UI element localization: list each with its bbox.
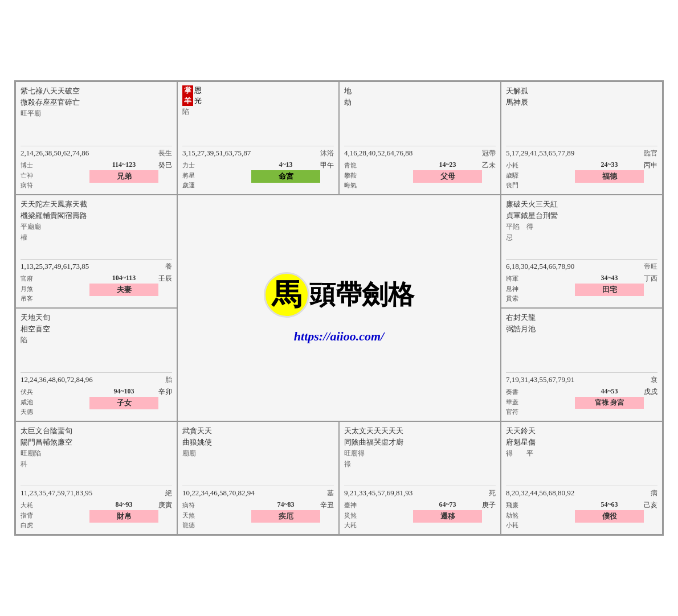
palace-range: 114~123 <box>89 161 158 169</box>
small-labels: 小耗歲驛喪門 <box>506 161 575 191</box>
stars-extra: 祿 <box>344 459 496 469</box>
stars-status: 平廟廟 <box>21 222 172 232</box>
cell-top-right: 天解孤 馬神辰 5,17,29,41,53,65,77,89 臨官 小耗歲驛喪門… <box>501 81 663 195</box>
cycle: 長生 <box>158 149 172 158</box>
small-labels: 奏書華蓋官符 <box>506 387 575 417</box>
palace-range: 74~83 <box>251 500 320 509</box>
palace-name: 夫妻 <box>89 284 158 296</box>
stars-main2: 馬神辰 <box>506 97 657 108</box>
stem-branch: 辛卯 <box>158 387 172 397</box>
stars-status: 旺平廟 <box>21 109 172 118</box>
palace-name: 遷移 <box>413 510 482 523</box>
palace-name: 疾厄 <box>251 510 320 523</box>
stars-main2: 機梁羅輔貴閣宿壽路 <box>21 210 172 221</box>
stars-main: 右封天龍 <box>506 312 657 323</box>
palace-name: 父母 <box>413 170 482 183</box>
palace-range: 84~93 <box>89 500 158 509</box>
palace-range: 14~23 <box>413 161 482 169</box>
stem-branch: 癸巳 <box>158 161 172 170</box>
stem-branch: 辛丑 <box>320 500 334 510</box>
chart-grid: 紫七祿八天天破空 微殺存座巫官碎亡 旺平廟 2,14,26,38,50,62,7… <box>14 80 664 536</box>
numbers: 8,20,32,44,56,68,80,92 <box>506 488 574 498</box>
palace-range: 54~63 <box>575 500 644 509</box>
stem-branch: 壬辰 <box>158 274 172 284</box>
stars-main: 地 <box>344 85 496 97</box>
small-labels: 官府月煞吊客 <box>21 274 89 304</box>
stars-main: 廉破天火三天紅 <box>506 199 657 210</box>
stars-main: 天太文天天天天天 <box>344 425 496 437</box>
palace-name: 福德 <box>575 170 644 183</box>
palace-range: 104~113 <box>89 274 158 282</box>
stars-main: 太巨文台陰蜚旬 <box>21 425 172 437</box>
stem-branch: 庚子 <box>482 500 496 510</box>
cycle: 胎 <box>165 375 172 385</box>
cycle: 沐浴 <box>320 149 334 158</box>
cycle: 墓 <box>327 488 334 498</box>
cell-mid-left: 天天陀左天鳳寡天截 機梁羅輔貴閣宿壽路 平廟廟 權 1,13,25,37,49,… <box>15 195 177 308</box>
cell-lower-right: 右封天龍 弼誥月池 7,19,31,43,55,67,79,91 衰 奏書華蓋官… <box>501 308 663 421</box>
logo-horse-row: 馬 頭帶劍格 <box>264 272 414 318</box>
stem-branch: 己亥 <box>644 500 657 510</box>
palace-range: 24~33 <box>575 161 644 169</box>
palace-name: 田宅 <box>575 284 644 296</box>
numbers: 5,17,29,41,53,65,77,89 <box>506 149 574 158</box>
stars-status: 廟廟 <box>182 449 334 458</box>
cell-bottom-third: 天太文天天天天天 同陰曲福哭虛才廚 旺廟得 祿 9,21,33,45,57,69… <box>339 421 501 535</box>
small-labels: 力士將星歲運 <box>182 161 251 191</box>
small-labels: 將軍息神貫索 <box>506 274 575 304</box>
numbers: 12,24,36,48,60,72,84,96 <box>21 375 93 384</box>
numbers: 2,14,26,38,50,62,74,86 <box>21 149 89 158</box>
cycle: 絕 <box>165 488 172 498</box>
stem-branch: 甲午 <box>320 161 334 170</box>
logo-url: https://aiioo.com/ <box>294 329 384 344</box>
stars-status: 旺廟得 <box>344 449 496 458</box>
palace-name: 財帛 <box>89 510 158 523</box>
cell-top-second: 掌恩 羊光 陷 3,15,27,39,51,63,75,87 沐浴 力士將星歲運… <box>177 81 339 195</box>
palace-range: 94~103 <box>89 387 158 396</box>
small-labels: 大耗指背白虎 <box>21 500 89 531</box>
cell-lower-left: 天地天旬 相空喜空 陷 12,24,36,48,60,72,84,96 胎 伏兵… <box>15 308 177 421</box>
stars-main: 天解孤 <box>506 85 657 97</box>
logo-text: 頭帶劍格 <box>309 277 414 313</box>
palace-name: 命宮 <box>251 170 320 183</box>
palace-name: 兄弟 <box>89 170 158 183</box>
cycle: 病 <box>651 488 657 498</box>
cell-bottom-second: 武貪天天 曲狼姚使 廟廟 10,22,34,46,58,70,82,94 墓 病… <box>177 421 339 535</box>
stars-extra: 忌 <box>506 233 657 243</box>
cell-top-left: 紫七祿八天天破空 微殺存座巫官碎亡 旺平廟 2,14,26,38,50,62,7… <box>15 81 177 195</box>
small-labels: 伏兵咸池天德 <box>21 387 89 417</box>
palace-range: 34~43 <box>575 274 644 282</box>
stars-main: 天地天旬 <box>21 312 172 323</box>
stars-status: 平陷 得 <box>506 222 657 232</box>
small-labels: 博士亡神病符 <box>21 161 89 191</box>
small-labels: 青龍攀鞍晦氣 <box>344 161 413 191</box>
stars-status: 陷 <box>182 107 334 117</box>
cycle: 冠帶 <box>482 149 496 158</box>
special-star-yang: 羊 <box>182 96 193 106</box>
numbers: 3,15,27,39,51,63,75,87 <box>182 149 251 158</box>
palace-name: 僕役 <box>575 510 644 523</box>
stars-status: 得 平 <box>506 449 657 458</box>
numbers: 10,22,34,46,58,70,82,94 <box>182 488 255 498</box>
cycle: 衰 <box>651 375 657 385</box>
stars-extra: 科 <box>21 459 172 469</box>
stars-main: 天天陀左天鳳寡天截 <box>21 199 172 210</box>
stars-main2: 陽門昌輔煞廉空 <box>21 437 172 448</box>
stars-main: 武貪天天 <box>182 425 334 437</box>
small-labels: 飛廉劫煞小耗 <box>506 500 575 531</box>
horse-circle: 馬 <box>264 272 309 318</box>
cell-mid-right: 廉破天火三天紅 貞軍鉞星台刑鸞 平陷 得 忌 6,18,30,42,54,66,… <box>501 195 663 308</box>
numbers: 6,18,30,42,54,66,78,90 <box>506 262 574 271</box>
stars-main2: 劫 <box>344 97 496 108</box>
stem-branch: 庚寅 <box>158 500 172 510</box>
stars-status: 旺廟陷 <box>21 449 172 458</box>
stars-main2: 微殺存座巫官碎亡 <box>21 97 172 108</box>
cycle: 帝旺 <box>644 262 657 272</box>
palace-range: 4~13 <box>251 161 320 169</box>
stars-main2: 府魁星傷 <box>506 437 657 448</box>
numbers: 1,13,25,37,49,61,73,85 <box>21 262 89 271</box>
stem-branch: 乙未 <box>482 161 496 170</box>
stem-branch: 丁西 <box>644 274 657 284</box>
palace-range: 64~73 <box>413 500 482 509</box>
stars-main2: 相空喜空 <box>21 323 172 335</box>
